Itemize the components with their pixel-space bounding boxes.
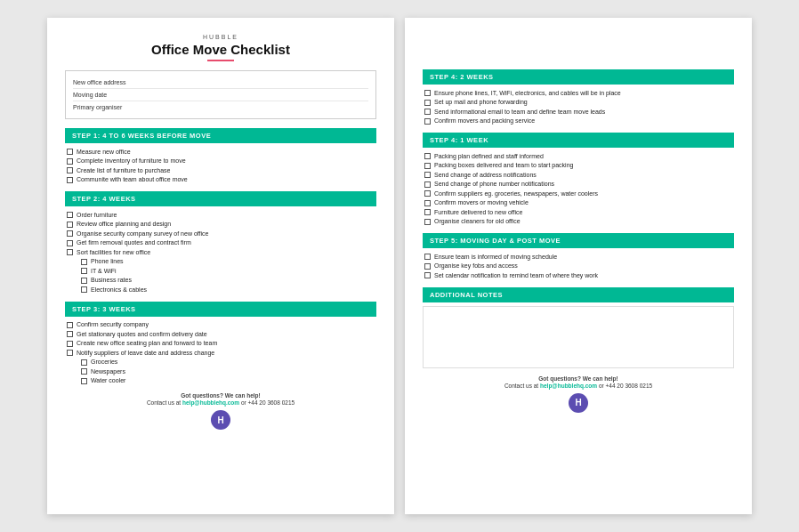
checkbox[interactable]: [424, 200, 431, 206]
list-item: Send change of phone number notification…: [424, 180, 734, 189]
step5-checklist: Ensure team is informed of moving schedu…: [423, 252, 734, 280]
list-item: Complete inventory of furniture to move: [67, 157, 376, 166]
checkbox[interactable]: [424, 263, 431, 270]
step2-checklist: Order furniture Review office planning a…: [65, 210, 376, 294]
checkbox[interactable]: [424, 190, 431, 197]
checkbox[interactable]: [424, 181, 431, 188]
info-fields-box: New office address Moving date Primary o…: [65, 70, 376, 119]
checkbox[interactable]: [67, 230, 73, 237]
list-item: Newspapers: [81, 367, 376, 376]
list-item: Furniture delivered to new office: [424, 207, 734, 217]
checkbox[interactable]: [67, 331, 73, 337]
list-item: Packing plan defined and staff informed: [424, 151, 734, 161]
list-item: Organise security company survey of new …: [67, 229, 376, 238]
list-item: Business rates: [81, 276, 376, 286]
list-item: Review office planning and design: [67, 220, 376, 230]
list-item: Order furniture: [67, 210, 376, 220]
checkbox[interactable]: [81, 368, 87, 375]
footer-email: help@hubblehq.com: [182, 399, 239, 406]
checkbox[interactable]: [424, 209, 431, 215]
list-item: Communite with team about office move: [67, 175, 376, 185]
list-item: Confirm movers or moving vehicle: [424, 198, 734, 208]
checkbox[interactable]: [424, 163, 431, 169]
checkbox[interactable]: [67, 322, 73, 328]
list-item: Water cooler: [81, 376, 376, 386]
list-item: Create list of furniture to purchase: [67, 165, 376, 175]
notes-box[interactable]: [423, 306, 734, 368]
step5-header: STEP 5: MOVING DAY & POST MOVE: [423, 233, 734, 248]
list-item: Set up mail and phone forwarding: [424, 98, 734, 108]
step1-checklist: Measure new office Complete inventory of…: [65, 147, 376, 184]
footer-help-title: Got questions? We can help!: [65, 392, 376, 399]
list-item: Phone lines: [81, 257, 376, 267]
checkbox[interactable]: [424, 172, 431, 178]
info-row-1: New office address: [73, 77, 368, 89]
step4-1week-header: STEP 4: 1 WEEK: [423, 133, 734, 148]
list-item: Organise cleaners for old office: [424, 217, 734, 227]
footer-email: help@hubblehq.com: [540, 383, 597, 389]
checkbox[interactable]: [67, 341, 73, 347]
list-item: Electronics & cables: [81, 285, 376, 294]
checkbox[interactable]: [81, 268, 87, 274]
list-item: Sort facilities for new office: [67, 247, 376, 257]
list-item: Send informational email to team and def…: [424, 107, 734, 117]
checkbox[interactable]: [67, 149, 73, 155]
checkbox[interactable]: [67, 222, 73, 228]
checkbox[interactable]: [424, 109, 431, 115]
list-item: Confirm security company: [67, 320, 376, 330]
additional-notes-header: ADDITIONAL NOTES: [423, 287, 734, 302]
step4-1week-checklist: Packing plan defined and staff informed …: [423, 151, 734, 226]
step4-2weeks-checklist: Ensure phone lines, IT, WiFi, electronic…: [423, 88, 734, 125]
checkbox[interactable]: [81, 259, 87, 265]
list-item: Create new office seating plan and forwa…: [67, 339, 376, 349]
checkbox[interactable]: [424, 153, 431, 159]
checkbox[interactable]: [67, 350, 73, 356]
step3-sub-checklist: Groceries Newspapers Water cooler: [81, 358, 376, 386]
hubble-logo-icon-2: H: [569, 393, 588, 413]
step2-sub-checklist: Phone lines IT & WiFi Business rates Ele…: [81, 257, 376, 294]
checkbox[interactable]: [424, 90, 431, 96]
list-item: Groceries: [81, 358, 376, 367]
checkbox[interactable]: [424, 219, 431, 225]
list-item: Set calendar notification to remind team…: [424, 270, 734, 280]
checkbox[interactable]: [424, 118, 431, 125]
list-item: Confirm movers and packing service: [424, 117, 734, 126]
checkbox[interactable]: [67, 240, 73, 246]
checkbox[interactable]: [67, 158, 73, 165]
checkbox[interactable]: [81, 286, 87, 293]
checkbox[interactable]: [67, 212, 73, 218]
list-item: Get stationary quotes and confirm delive…: [67, 329, 376, 339]
list-item: Notify suppliers of leave date and addre…: [67, 348, 376, 358]
footer-contact: Contact us at help@hubblehq.com or +44 2…: [65, 399, 376, 406]
checkbox[interactable]: [67, 167, 73, 173]
brand-label: HUBBLE: [65, 34, 376, 40]
list-item: IT & WiFi: [81, 266, 376, 276]
footer-help-title: Got questions? We can help!: [423, 375, 734, 382]
list-item: Get firm removal quotes and contract fir…: [67, 238, 376, 248]
list-item: Packing boxes delivered and team to star…: [424, 161, 734, 171]
list-item: Organise key fobs and access: [424, 262, 734, 271]
page-2: STEP 4: 2 WEEKS Ensure phone lines, IT, …: [405, 18, 752, 514]
list-item: Ensure phone lines, IT, WiFi, electronic…: [424, 88, 734, 98]
checkbox[interactable]: [424, 254, 431, 260]
checkbox[interactable]: [81, 359, 87, 366]
page1-footer: Got questions? We can help! Contact us a…: [65, 392, 376, 406]
step4-2weeks-header: STEP 4: 2 WEEKS: [423, 69, 734, 85]
info-row-3: Primary organiser: [73, 101, 368, 113]
step1-header: STEP 1: 4 TO 6 WEEKS BEFORE MOVE: [65, 128, 376, 143]
list-item: Confirm suppliers eg. groceries, newspap…: [424, 189, 734, 198]
checkbox[interactable]: [67, 249, 73, 255]
checkbox[interactable]: [81, 278, 87, 284]
list-item: Measure new office: [67, 147, 376, 157]
checkbox[interactable]: [424, 100, 431, 106]
checkbox[interactable]: [67, 177, 73, 183]
list-item: Send change of address notifications: [424, 170, 734, 180]
page2-footer: Got questions? We can help! Contact us a…: [423, 375, 734, 389]
checkbox[interactable]: [424, 272, 431, 278]
step3-header: STEP 3: 3 WEEKS: [65, 302, 376, 317]
footer-contact: Contact us at help@hubblehq.com or +44 2…: [423, 383, 734, 389]
page-title: Office Move Checklist: [65, 42, 376, 57]
info-row-2: Moving date: [73, 89, 368, 101]
checkbox[interactable]: [81, 378, 87, 384]
list-item: Ensure team is informed of moving schedu…: [424, 252, 734, 262]
